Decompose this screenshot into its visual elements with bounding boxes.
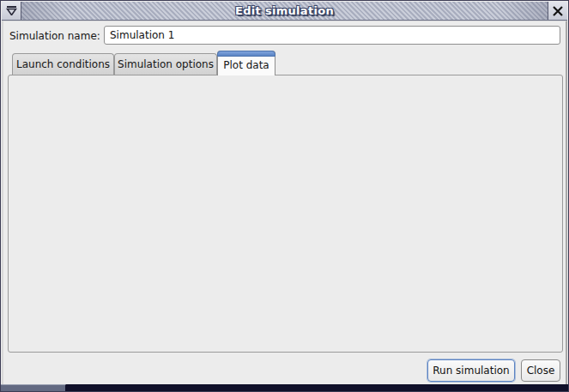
run-simulation-button[interactable]: Run simulation: [427, 359, 515, 382]
tab-label: Plot data: [223, 59, 269, 71]
titlebar[interactable]: Edit simulation: [2, 2, 567, 21]
window-bottom-border[interactable]: [1, 384, 568, 391]
close-window-button[interactable]: [548, 2, 567, 20]
window-title: Edit simulation: [2, 4, 567, 17]
plot-data-panel: [8, 75, 563, 353]
tab-label: Simulation options: [118, 58, 214, 70]
edit-simulation-dialog: Edit simulation Simulation name: Launch …: [0, 0, 569, 392]
tab-launch-conditions[interactable]: Launch conditions: [12, 53, 114, 75]
simulation-name-label: Simulation name:: [9, 30, 100, 42]
window-resize-corner[interactable]: [1, 384, 66, 391]
close-button[interactable]: Close: [521, 359, 560, 382]
tab-simulation-options[interactable]: Simulation options: [114, 53, 217, 75]
simulation-name-input[interactable]: [104, 26, 560, 45]
close-icon: [553, 6, 563, 16]
tab-label: Launch conditions: [16, 58, 110, 70]
tab-plot-data[interactable]: Plot data: [217, 51, 275, 75]
